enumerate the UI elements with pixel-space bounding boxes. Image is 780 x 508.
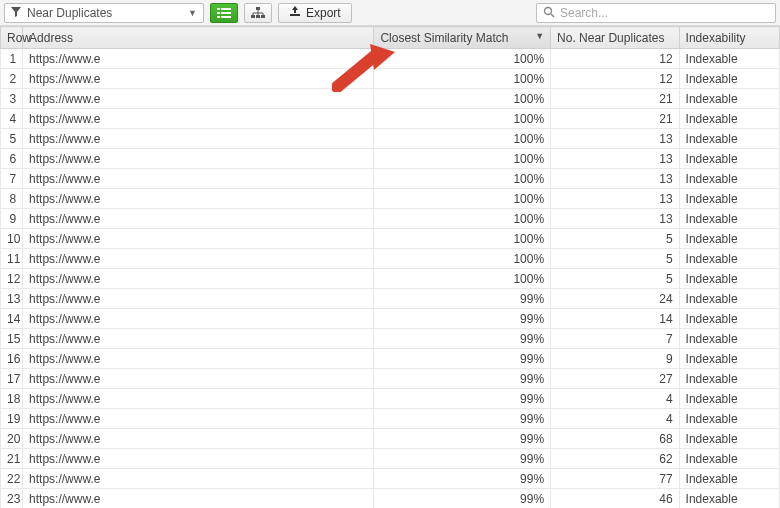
cell-sim: 100% [374, 269, 551, 289]
cell-address: https://www.e [23, 269, 374, 289]
cell-row: 8 [1, 189, 23, 209]
table-container: Row Address Closest Similarity Match ▼ N… [0, 26, 780, 508]
cell-row: 22 [1, 469, 23, 489]
col-near-dups[interactable]: No. Near Duplicates [551, 27, 679, 49]
table-row[interactable]: 18https://www.e99%4Indexable [1, 389, 780, 409]
cell-idx: Indexable [679, 329, 779, 349]
table-row[interactable]: 20https://www.e99%68Indexable [1, 429, 780, 449]
cell-near: 68 [551, 429, 679, 449]
cell-address: https://www.e [23, 249, 374, 269]
cell-row: 20 [1, 429, 23, 449]
table-row[interactable]: 8https://www.e100%13Indexable [1, 189, 780, 209]
cell-near: 24 [551, 289, 679, 309]
col-row[interactable]: Row [1, 27, 23, 49]
cell-row: 7 [1, 169, 23, 189]
filter-dropdown[interactable]: Near Duplicates ▼ [4, 3, 204, 23]
export-label: Export [306, 6, 341, 20]
cell-idx: Indexable [679, 449, 779, 469]
cell-near: 12 [551, 69, 679, 89]
table-row[interactable]: 19https://www.e99%4Indexable [1, 409, 780, 429]
col-row-label: Row [7, 31, 31, 45]
cell-sim: 99% [374, 309, 551, 329]
tree-view-button[interactable] [244, 3, 272, 23]
list-view-button[interactable] [210, 3, 238, 23]
cell-row: 9 [1, 209, 23, 229]
results-table: Row Address Closest Similarity Match ▼ N… [0, 26, 780, 508]
cell-idx: Indexable [679, 309, 779, 329]
cell-row: 10 [1, 229, 23, 249]
table-row[interactable]: 14https://www.e99%14Indexable [1, 309, 780, 329]
export-button[interactable]: Export [278, 3, 352, 23]
cell-idx: Indexable [679, 389, 779, 409]
table-row[interactable]: 4https://www.e100%21Indexable [1, 109, 780, 129]
cell-idx: Indexable [679, 49, 779, 69]
cell-near: 9 [551, 349, 679, 369]
cell-sim: 99% [374, 469, 551, 489]
cell-idx: Indexable [679, 289, 779, 309]
table-row[interactable]: 21https://www.e99%62Indexable [1, 449, 780, 469]
search-input-wrapper[interactable] [536, 3, 776, 23]
cell-address: https://www.e [23, 489, 374, 509]
col-address-label: Address [29, 31, 73, 45]
list-icon [217, 7, 231, 19]
cell-near: 5 [551, 229, 679, 249]
cell-idx: Indexable [679, 369, 779, 389]
cell-address: https://www.e [23, 329, 374, 349]
cell-address: https://www.e [23, 469, 374, 489]
cell-row: 14 [1, 309, 23, 329]
table-row[interactable]: 22https://www.e99%77Indexable [1, 469, 780, 489]
table-row[interactable]: 16https://www.e99%9Indexable [1, 349, 780, 369]
cell-idx: Indexable [679, 109, 779, 129]
col-similarity[interactable]: Closest Similarity Match ▼ [374, 27, 551, 49]
cell-near: 13 [551, 149, 679, 169]
table-row[interactable]: 2https://www.e100%12Indexable [1, 69, 780, 89]
svg-rect-3 [221, 12, 231, 14]
svg-rect-7 [251, 15, 255, 18]
table-row[interactable]: 6https://www.e100%13Indexable [1, 149, 780, 169]
cell-sim: 99% [374, 329, 551, 349]
table-row[interactable]: 9https://www.e100%13Indexable [1, 209, 780, 229]
col-address[interactable]: Address [23, 27, 374, 49]
svg-rect-2 [217, 12, 220, 14]
table-row[interactable]: 15https://www.e99%7Indexable [1, 329, 780, 349]
cell-near: 21 [551, 89, 679, 109]
toolbar-left-group: Near Duplicates ▼ Export [4, 3, 352, 23]
cell-address: https://www.e [23, 289, 374, 309]
table-row[interactable]: 13https://www.e99%24Indexable [1, 289, 780, 309]
cell-sim: 99% [374, 409, 551, 429]
cell-row: 12 [1, 269, 23, 289]
col-index[interactable]: Indexability [679, 27, 779, 49]
cell-near: 14 [551, 309, 679, 329]
table-row[interactable]: 17https://www.e99%27Indexable [1, 369, 780, 389]
table-row[interactable]: 10https://www.e100%5Indexable [1, 229, 780, 249]
table-row[interactable]: 5https://www.e100%13Indexable [1, 129, 780, 149]
cell-near: 77 [551, 469, 679, 489]
cell-row: 18 [1, 389, 23, 409]
cell-address: https://www.e [23, 89, 374, 109]
cell-row: 11 [1, 249, 23, 269]
table-row[interactable]: 3https://www.e100%21Indexable [1, 89, 780, 109]
cell-near: 12 [551, 49, 679, 69]
cell-sim: 100% [374, 89, 551, 109]
cell-idx: Indexable [679, 249, 779, 269]
cell-sim: 100% [374, 169, 551, 189]
cell-sim: 100% [374, 69, 551, 89]
cell-address: https://www.e [23, 149, 374, 169]
search-input[interactable] [560, 6, 769, 20]
cell-near: 13 [551, 129, 679, 149]
cell-near: 13 [551, 189, 679, 209]
table-row[interactable]: 1https://www.e100%12Indexable [1, 49, 780, 69]
cell-near: 21 [551, 109, 679, 129]
table-row[interactable]: 7https://www.e100%13Indexable [1, 169, 780, 189]
cell-row: 3 [1, 89, 23, 109]
cell-near: 46 [551, 489, 679, 509]
table-row[interactable]: 11https://www.e100%5Indexable [1, 249, 780, 269]
cell-address: https://www.e [23, 209, 374, 229]
table-row[interactable]: 12https://www.e100%5Indexable [1, 269, 780, 289]
cell-near: 13 [551, 169, 679, 189]
cell-row: 21 [1, 449, 23, 469]
cell-address: https://www.e [23, 49, 374, 69]
cell-sim: 100% [374, 149, 551, 169]
table-row[interactable]: 23https://www.e99%46Indexable [1, 489, 780, 509]
cell-idx: Indexable [679, 129, 779, 149]
